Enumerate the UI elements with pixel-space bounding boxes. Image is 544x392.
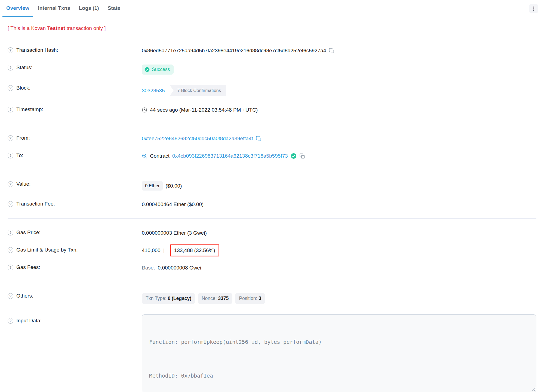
row-label: Block: [16, 85, 30, 91]
row-value-group: 410,000 | 133,488 (32.56%) [142, 247, 536, 254]
help-icon[interactable]: ? [8, 65, 13, 71]
row-label: From: [16, 135, 30, 141]
tab-label: State [108, 5, 120, 11]
warning-bold-text: Testnet [47, 25, 65, 31]
block-number-link[interactable]: 30328535 [142, 88, 165, 94]
tab-overview[interactable]: Overview [2, 0, 33, 17]
tab-bar: Overview Internal Txns Logs (1) State ⋮ [0, 0, 544, 17]
row-label: Status: [16, 65, 32, 71]
overview-panel: [ This is a Kovan Testnet transaction on… [0, 17, 544, 392]
resize-handle[interactable] [531, 387, 535, 391]
row-value-group: 0x86ed5a771e725aa94d5b7fa2398e4419e216d8… [142, 47, 536, 54]
row-label-group: ? Others: [8, 293, 142, 299]
row-gas-price: ? Gas Price: 0.000000003 Ether (3 Gwei) [8, 229, 536, 237]
row-block: ? Block: 30328535 7 Block Confirmations [8, 85, 536, 96]
section-divider [8, 218, 536, 219]
base-fee-value: 0.000000008 Gwei [158, 265, 201, 271]
input-function-line: Function: performUpkeep(uint256 id, byte… [149, 338, 529, 346]
row-label-group: ? Block: [8, 85, 142, 91]
status-text: Success [152, 67, 170, 72]
status-badge: Success [142, 65, 174, 75]
row-others: ? Others: Txn Type: 0 (Legacy) Nonce: 33… [8, 293, 536, 304]
input-methodid-line: MethodID: 0x7bbaf1ea [149, 372, 529, 380]
kebab-icon: ⋮ [531, 6, 536, 11]
help-icon[interactable]: ? [8, 47, 13, 53]
row-timestamp: ? Timestamp: 44 secs ago (Mar-11-2022 03… [8, 106, 536, 114]
copy-icon[interactable] [256, 136, 262, 142]
help-icon[interactable]: ? [8, 318, 13, 324]
row-value-group: 0.000000003 Ether (3 Gwei) [142, 229, 536, 237]
row-value-group: 30328535 7 Block Confirmations [142, 85, 536, 96]
row-from: ? From: 0xfee7522e8482682cf50ddc50a0f8da… [8, 135, 536, 142]
help-icon[interactable]: ? [8, 201, 13, 207]
position-badge: Position: 3 [235, 293, 265, 304]
copy-icon[interactable] [299, 153, 305, 159]
tab-label: Logs (1) [79, 5, 99, 11]
help-icon[interactable]: ? [8, 107, 13, 112]
gas-price-value: 0.000000003 Ether (3 Gwei) [142, 230, 207, 236]
row-label: Transaction Fee: [16, 201, 55, 207]
kebab-menu-button[interactable]: ⋮ [529, 4, 538, 13]
help-icon[interactable]: ? [8, 247, 13, 253]
row-label-group: ? Status: [8, 65, 142, 71]
help-icon[interactable]: ? [8, 135, 13, 141]
row-transaction-hash: ? Transaction Hash: 0x86ed5a771e725aa94d… [8, 47, 536, 54]
row-label-group: ? Value: [8, 181, 142, 187]
copy-icon[interactable] [329, 48, 334, 54]
tab-internal-txns[interactable]: Internal Txns [34, 0, 74, 17]
annotation-highlight-box: 133,488 (32.56%) [170, 244, 219, 256]
help-icon[interactable]: ? [8, 85, 13, 91]
row-gas-fees: ? Gas Fees: Base: 0.000000008 Gwei [8, 264, 536, 271]
clock-icon [142, 107, 147, 113]
row-label-group: ? To: [8, 152, 142, 158]
row-label: Gas Limit & Usage by Txn: [16, 247, 78, 253]
row-label: Gas Fees: [16, 264, 40, 270]
tab-state[interactable]: State [104, 0, 124, 17]
row-label: Input Data: [16, 318, 42, 324]
help-icon[interactable]: ? [8, 181, 13, 187]
row-input-data: ? Input Data: Function: performUpkeep(ui… [8, 314, 536, 392]
row-value-group: Success [142, 65, 536, 75]
row-label: Timestamp: [16, 106, 43, 112]
to-contract-prefix: Contract [150, 153, 170, 159]
row-label-group: ? Input Data: [8, 318, 142, 324]
row-value-group: Function: performUpkeep(uint256 id, byte… [142, 314, 536, 392]
row-label: Value: [16, 181, 30, 187]
badge-value: 3375 [218, 296, 229, 301]
help-icon[interactable]: ? [8, 293, 13, 299]
row-label-group: ? Transaction Fee: [8, 201, 142, 207]
check-circle-icon [145, 67, 150, 72]
tab-label: Overview [6, 5, 29, 11]
row-label: Gas Price: [16, 229, 41, 235]
tab-logs[interactable]: Logs (1) [75, 0, 103, 17]
txn-type-badge: Txn Type: 0 (Legacy) [142, 293, 195, 304]
zoom-in-icon[interactable] [142, 153, 147, 159]
row-status: ? Status: Success [8, 65, 536, 75]
block-confirmations-badge: 7 Block Confirmations [170, 85, 226, 96]
badge-key: Txn Type: [146, 296, 167, 301]
to-address-link[interactable]: 0x4cb093f226983713164a62138c3f718a5b595f… [172, 153, 288, 159]
row-label: Transaction Hash: [16, 47, 58, 53]
ether-value-badge: 0 Ether [142, 181, 163, 191]
row-value-group: Base: 0.000000008 Gwei [142, 264, 536, 271]
row-label-group: ? Gas Limit & Usage by Txn: [8, 247, 142, 253]
help-icon[interactable]: ? [8, 153, 13, 158]
row-value-group: 0.000400464 Ether ($0.00) [142, 201, 536, 208]
gas-usage-value: 133,488 (32.56%) [174, 247, 215, 253]
testnet-warning: [ This is a Kovan Testnet transaction on… [8, 25, 536, 31]
badge-key: Nonce: [202, 296, 217, 301]
nonce-badge: Nonce: 3375 [198, 293, 232, 304]
row-label-group: ? Timestamp: [8, 106, 142, 112]
help-icon[interactable]: ? [8, 230, 13, 235]
input-data-textarea[interactable]: Function: performUpkeep(uint256 id, byte… [142, 314, 536, 392]
row-value: ? Value: 0 Ether ($0.00) [8, 181, 536, 191]
row-label: To: [16, 152, 23, 158]
help-icon[interactable]: ? [8, 265, 13, 270]
from-address-link[interactable]: 0xfee7522e8482682cf50ddc50a0f8da2a39effa… [142, 136, 253, 142]
badge-value: 3 [259, 296, 261, 301]
row-transaction-fee: ? Transaction Fee: 0.000400464 Ether ($0… [8, 201, 536, 208]
value-separator: | [163, 247, 165, 253]
row-value-group: Txn Type: 0 (Legacy) Nonce: 3375 Positio… [142, 293, 536, 304]
base-fee-label: Base: [142, 265, 155, 271]
badge-value: 0 (Legacy) [168, 296, 191, 301]
